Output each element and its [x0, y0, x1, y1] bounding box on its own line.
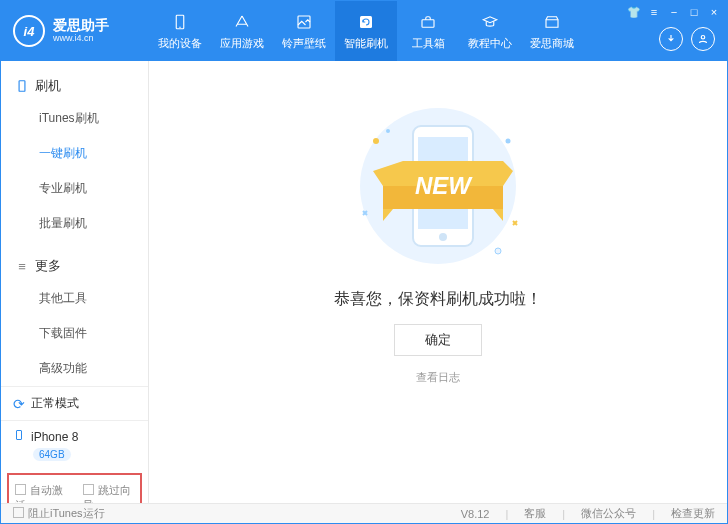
skin-icon[interactable]: 👕 — [627, 5, 641, 19]
svg-point-13 — [506, 139, 511, 144]
banner-text: NEW — [415, 172, 473, 199]
svg-point-12 — [373, 138, 379, 144]
phone-icon — [15, 79, 29, 93]
svg-rect-4 — [422, 19, 434, 27]
nav-toolbox[interactable]: 工具箱 — [397, 1, 459, 61]
maximize-icon[interactable]: □ — [687, 5, 701, 19]
logo-url: www.i4.cn — [53, 34, 109, 44]
check-update-link[interactable]: 检查更新 — [671, 506, 715, 521]
sidebar-item-batch-flash[interactable]: 批量刷机 — [39, 206, 148, 241]
nav-label: 铃声壁纸 — [282, 36, 326, 51]
success-message: 恭喜您，保资料刷机成功啦！ — [334, 289, 542, 310]
nav-flash[interactable]: 智能刷机 — [335, 1, 397, 61]
download-button[interactable] — [659, 27, 683, 51]
svg-rect-7 — [17, 431, 22, 440]
mode-indicator[interactable]: ⟳ 正常模式 — [1, 386, 148, 420]
device-name: iPhone 8 — [31, 430, 78, 444]
sidebar-item-other-tools[interactable]: 其他工具 — [39, 281, 148, 316]
nav-tutorials[interactable]: 教程中心 — [459, 1, 521, 61]
block-itunes-label: 阻止iTunes运行 — [28, 507, 105, 519]
status-bar: 阻止iTunes运行 V8.12 | 客服 | 微信公众号 | 检查更新 — [1, 503, 727, 523]
separator: | — [505, 508, 508, 520]
phone-icon — [13, 429, 25, 444]
sidebar: 刷机 iTunes刷机 一键刷机 专业刷机 批量刷机 ≡ 更多 其他工具 下载固… — [1, 61, 149, 505]
svg-point-14 — [386, 129, 390, 133]
nav-label: 我的设备 — [158, 36, 202, 51]
sidebar-head-more[interactable]: ≡ 更多 — [1, 251, 148, 281]
appstore-icon — [232, 12, 252, 32]
window-controls: 👕 ≡ − □ × — [627, 5, 721, 19]
user-button[interactable] — [691, 27, 715, 51]
graduation-icon — [480, 12, 500, 32]
separator: | — [562, 508, 565, 520]
sidebar-section-title: 更多 — [35, 257, 61, 275]
ok-button[interactable]: 确定 — [394, 324, 482, 356]
device-block[interactable]: iPhone 8 64GB — [1, 420, 148, 469]
nav-label: 智能刷机 — [344, 36, 388, 51]
menu-icon[interactable]: ≡ — [647, 5, 661, 19]
minimize-icon[interactable]: − — [667, 5, 681, 19]
sidebar-section-more: ≡ 更多 其他工具 下载固件 高级功能 — [1, 241, 148, 386]
svg-point-15 — [495, 248, 501, 254]
svg-point-11 — [439, 233, 447, 241]
wallpaper-icon — [294, 12, 314, 32]
nav-apps-games[interactable]: 应用游戏 — [211, 1, 273, 61]
sidebar-item-pro-flash[interactable]: 专业刷机 — [39, 171, 148, 206]
top-nav: 我的设备 应用游戏 铃声壁纸 智能刷机 工具箱 教程中心 爱思商城 — [149, 1, 583, 61]
nav-label: 教程中心 — [468, 36, 512, 51]
nav-my-device[interactable]: 我的设备 — [149, 1, 211, 61]
refresh-icon — [356, 12, 376, 32]
logo-cn: 爱思助手 — [53, 18, 109, 33]
block-itunes-checkbox[interactable]: 阻止iTunes运行 — [13, 506, 105, 521]
store-icon — [542, 12, 562, 32]
phone-icon — [170, 12, 190, 32]
logo-text: 爱思助手 www.i4.cn — [53, 18, 109, 43]
svg-point-5 — [701, 36, 705, 40]
mode-label: 正常模式 — [31, 395, 79, 412]
nav-store[interactable]: 爱思商城 — [521, 1, 583, 61]
nav-label: 工具箱 — [412, 36, 445, 51]
toolbox-icon — [418, 12, 438, 32]
sidebar-item-advanced[interactable]: 高级功能 — [39, 351, 148, 386]
sidebar-list: iTunes刷机 一键刷机 专业刷机 批量刷机 — [1, 101, 148, 241]
refresh-icon: ⟳ — [13, 396, 25, 412]
nav-label: 应用游戏 — [220, 36, 264, 51]
title-bar: i4 爱思助手 www.i4.cn 我的设备 应用游戏 铃声壁纸 智能刷机 工具… — [1, 1, 727, 61]
logo-icon: i4 — [13, 15, 45, 47]
success-illustration: NEW — [328, 101, 548, 271]
sidebar-item-download-firmware[interactable]: 下载固件 — [39, 316, 148, 351]
version-label: V8.12 — [461, 508, 490, 520]
sidebar-list: 其他工具 下载固件 高级功能 — [1, 281, 148, 386]
svg-rect-6 — [19, 81, 25, 92]
svg-rect-3 — [360, 16, 372, 28]
separator: | — [652, 508, 655, 520]
sidebar-item-one-click-flash[interactable]: 一键刷机 — [39, 136, 148, 171]
content-body: 刷机 iTunes刷机 一键刷机 专业刷机 批量刷机 ≡ 更多 其他工具 下载固… — [1, 61, 727, 505]
storage-badge: 64GB — [33, 448, 71, 461]
list-icon: ≡ — [15, 259, 29, 273]
sidebar-head-flash[interactable]: 刷机 — [1, 71, 148, 101]
sidebar-section-flash: 刷机 iTunes刷机 一键刷机 专业刷机 批量刷机 — [1, 61, 148, 241]
app-logo: i4 爱思助手 www.i4.cn — [1, 15, 149, 47]
nav-ringtone-wallpaper[interactable]: 铃声壁纸 — [273, 1, 335, 61]
main-panel: NEW 恭喜您，保资料刷机成功啦！ 确定 查看日志 — [149, 61, 727, 505]
sidebar-section-title: 刷机 — [35, 77, 61, 95]
view-log-link[interactable]: 查看日志 — [416, 370, 460, 385]
wechat-link[interactable]: 微信公众号 — [581, 506, 636, 521]
svg-rect-2 — [298, 16, 310, 28]
nav-label: 爱思商城 — [530, 36, 574, 51]
support-link[interactable]: 客服 — [524, 506, 546, 521]
header-actions — [659, 27, 715, 51]
sidebar-item-itunes-flash[interactable]: iTunes刷机 — [39, 101, 148, 136]
close-icon[interactable]: × — [707, 5, 721, 19]
